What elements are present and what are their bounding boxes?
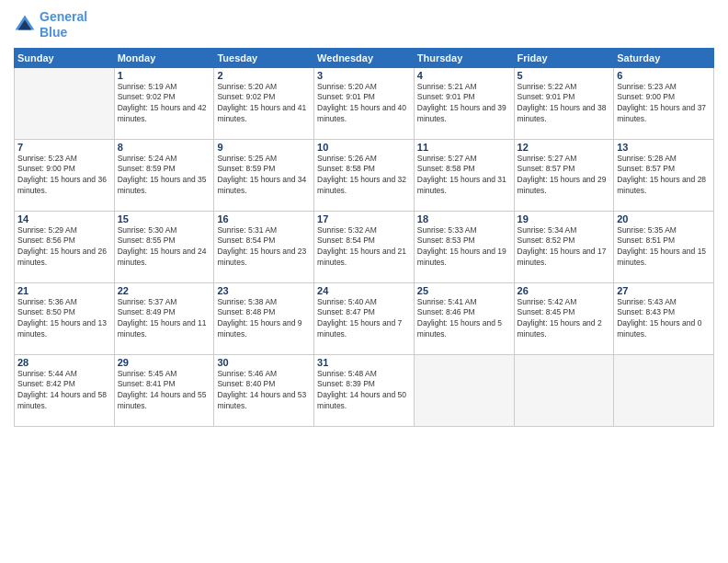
weekday-header-thursday: Thursday bbox=[414, 48, 514, 67]
day-number: 30 bbox=[217, 357, 311, 368]
day-info: Sunrise: 5:28 AMSunset: 8:57 PMDaylight:… bbox=[617, 154, 711, 198]
day-info: Sunrise: 5:27 AMSunset: 8:57 PMDaylight:… bbox=[518, 154, 611, 198]
weekday-header-sunday: Sunday bbox=[15, 48, 115, 67]
week-row-1: 1Sunrise: 5:19 AMSunset: 9:02 PMDaylight… bbox=[15, 67, 714, 139]
day-number: 17 bbox=[317, 213, 411, 224]
calendar-cell bbox=[15, 67, 115, 139]
logo: General Blue bbox=[14, 9, 87, 40]
day-number: 31 bbox=[317, 357, 411, 368]
logo-text: General Blue bbox=[40, 9, 87, 40]
calendar-cell: 19Sunrise: 5:34 AMSunset: 8:52 PMDayligh… bbox=[514, 211, 614, 282]
header: General Blue bbox=[14, 9, 714, 40]
calendar-cell: 15Sunrise: 5:30 AMSunset: 8:55 PMDayligh… bbox=[114, 211, 214, 282]
day-number: 19 bbox=[518, 213, 611, 224]
calendar-cell: 9Sunrise: 5:25 AMSunset: 8:59 PMDaylight… bbox=[214, 139, 314, 211]
day-number: 25 bbox=[417, 285, 511, 296]
calendar-cell bbox=[514, 354, 614, 426]
day-number: 12 bbox=[518, 142, 611, 153]
page-container: General Blue SundayMondayTuesdayWednesda… bbox=[0, 0, 728, 436]
day-number: 9 bbox=[217, 142, 311, 153]
calendar-cell: 24Sunrise: 5:40 AMSunset: 8:47 PMDayligh… bbox=[314, 282, 415, 354]
day-info: Sunrise: 5:46 AMSunset: 8:40 PMDaylight:… bbox=[217, 369, 311, 413]
calendar-cell: 30Sunrise: 5:46 AMSunset: 8:40 PMDayligh… bbox=[214, 354, 314, 426]
day-info: Sunrise: 5:31 AMSunset: 8:54 PMDaylight:… bbox=[217, 225, 311, 270]
calendar-cell: 21Sunrise: 5:36 AMSunset: 8:50 PMDayligh… bbox=[15, 282, 115, 354]
calendar-cell: 8Sunrise: 5:24 AMSunset: 8:59 PMDaylight… bbox=[114, 139, 214, 211]
day-number: 15 bbox=[118, 213, 211, 224]
day-info: Sunrise: 5:20 AMSunset: 9:01 PMDaylight:… bbox=[317, 82, 411, 126]
day-number: 18 bbox=[417, 213, 511, 224]
calendar-cell: 22Sunrise: 5:37 AMSunset: 8:49 PMDayligh… bbox=[114, 282, 214, 354]
day-info: Sunrise: 5:25 AMSunset: 8:59 PMDaylight:… bbox=[217, 154, 311, 198]
calendar-cell: 23Sunrise: 5:38 AMSunset: 8:48 PMDayligh… bbox=[214, 282, 314, 354]
day-info: Sunrise: 5:41 AMSunset: 8:46 PMDaylight:… bbox=[417, 297, 511, 341]
day-info: Sunrise: 5:27 AMSunset: 8:58 PMDaylight:… bbox=[417, 154, 511, 198]
calendar-cell: 2Sunrise: 5:20 AMSunset: 9:02 PMDaylight… bbox=[214, 67, 314, 139]
week-row-5: 28Sunrise: 5:44 AMSunset: 8:42 PMDayligh… bbox=[15, 354, 714, 426]
day-info: Sunrise: 5:44 AMSunset: 8:42 PMDaylight:… bbox=[17, 369, 111, 413]
weekday-header-wednesday: Wednesday bbox=[314, 48, 415, 67]
day-number: 8 bbox=[118, 142, 211, 153]
day-info: Sunrise: 5:23 AMSunset: 9:00 PMDaylight:… bbox=[617, 82, 711, 126]
calendar-cell: 3Sunrise: 5:20 AMSunset: 9:01 PMDaylight… bbox=[314, 67, 415, 139]
calendar-cell: 16Sunrise: 5:31 AMSunset: 8:54 PMDayligh… bbox=[214, 211, 314, 282]
calendar-cell: 29Sunrise: 5:45 AMSunset: 8:41 PMDayligh… bbox=[114, 354, 214, 426]
day-info: Sunrise: 5:43 AMSunset: 8:43 PMDaylight:… bbox=[617, 297, 711, 341]
day-info: Sunrise: 5:45 AMSunset: 8:41 PMDaylight:… bbox=[118, 369, 211, 413]
calendar-cell: 10Sunrise: 5:26 AMSunset: 8:58 PMDayligh… bbox=[314, 139, 415, 211]
day-number: 6 bbox=[617, 70, 711, 81]
calendar-cell: 18Sunrise: 5:33 AMSunset: 8:53 PMDayligh… bbox=[414, 211, 514, 282]
calendar-cell: 28Sunrise: 5:44 AMSunset: 8:42 PMDayligh… bbox=[15, 354, 115, 426]
calendar-cell: 27Sunrise: 5:43 AMSunset: 8:43 PMDayligh… bbox=[614, 282, 714, 354]
day-info: Sunrise: 5:48 AMSunset: 8:39 PMDaylight:… bbox=[317, 369, 411, 413]
day-number: 7 bbox=[17, 142, 111, 153]
calendar-cell: 12Sunrise: 5:27 AMSunset: 8:57 PMDayligh… bbox=[514, 139, 614, 211]
calendar-cell: 13Sunrise: 5:28 AMSunset: 8:57 PMDayligh… bbox=[614, 139, 714, 211]
calendar-cell: 6Sunrise: 5:23 AMSunset: 9:00 PMDaylight… bbox=[614, 67, 714, 139]
day-info: Sunrise: 5:37 AMSunset: 8:49 PMDaylight:… bbox=[118, 297, 211, 341]
day-info: Sunrise: 5:32 AMSunset: 8:54 PMDaylight:… bbox=[317, 225, 411, 270]
day-number: 24 bbox=[317, 285, 411, 296]
logo-icon bbox=[14, 14, 36, 36]
day-info: Sunrise: 5:26 AMSunset: 8:58 PMDaylight:… bbox=[317, 154, 411, 198]
day-info: Sunrise: 5:23 AMSunset: 9:00 PMDaylight:… bbox=[17, 154, 111, 198]
calendar-cell: 17Sunrise: 5:32 AMSunset: 8:54 PMDayligh… bbox=[314, 211, 415, 282]
day-info: Sunrise: 5:34 AMSunset: 8:52 PMDaylight:… bbox=[518, 225, 611, 270]
calendar-cell: 26Sunrise: 5:42 AMSunset: 8:45 PMDayligh… bbox=[514, 282, 614, 354]
day-number: 22 bbox=[118, 285, 211, 296]
day-info: Sunrise: 5:19 AMSunset: 9:02 PMDaylight:… bbox=[118, 82, 211, 126]
day-info: Sunrise: 5:30 AMSunset: 8:55 PMDaylight:… bbox=[118, 225, 211, 270]
day-info: Sunrise: 5:38 AMSunset: 8:48 PMDaylight:… bbox=[217, 297, 311, 341]
weekday-header-saturday: Saturday bbox=[614, 48, 714, 67]
day-number: 26 bbox=[518, 285, 611, 296]
day-number: 27 bbox=[617, 285, 711, 296]
day-info: Sunrise: 5:33 AMSunset: 8:53 PMDaylight:… bbox=[417, 225, 511, 270]
day-number: 1 bbox=[118, 70, 211, 81]
calendar-cell: 25Sunrise: 5:41 AMSunset: 8:46 PMDayligh… bbox=[414, 282, 514, 354]
weekday-header-row: SundayMondayTuesdayWednesdayThursdayFrid… bbox=[15, 48, 714, 67]
day-number: 20 bbox=[617, 213, 711, 224]
day-number: 11 bbox=[417, 142, 511, 153]
day-info: Sunrise: 5:22 AMSunset: 9:01 PMDaylight:… bbox=[518, 82, 611, 126]
calendar-cell: 1Sunrise: 5:19 AMSunset: 9:02 PMDaylight… bbox=[114, 67, 214, 139]
calendar-cell bbox=[414, 354, 514, 426]
day-info: Sunrise: 5:35 AMSunset: 8:51 PMDaylight:… bbox=[617, 225, 711, 270]
calendar-cell: 7Sunrise: 5:23 AMSunset: 9:00 PMDaylight… bbox=[15, 139, 115, 211]
day-number: 13 bbox=[617, 142, 711, 153]
day-number: 23 bbox=[217, 285, 311, 296]
day-number: 14 bbox=[17, 213, 111, 224]
weekday-header-friday: Friday bbox=[514, 48, 614, 67]
weekday-header-monday: Monday bbox=[114, 48, 214, 67]
calendar-cell: 5Sunrise: 5:22 AMSunset: 9:01 PMDaylight… bbox=[514, 67, 614, 139]
calendar-cell: 4Sunrise: 5:21 AMSunset: 9:01 PMDaylight… bbox=[414, 67, 514, 139]
day-info: Sunrise: 5:36 AMSunset: 8:50 PMDaylight:… bbox=[17, 297, 111, 341]
day-number: 3 bbox=[317, 70, 411, 81]
day-number: 10 bbox=[317, 142, 411, 153]
calendar-cell: 20Sunrise: 5:35 AMSunset: 8:51 PMDayligh… bbox=[614, 211, 714, 282]
day-number: 2 bbox=[217, 70, 311, 81]
day-number: 21 bbox=[17, 285, 111, 296]
day-info: Sunrise: 5:42 AMSunset: 8:45 PMDaylight:… bbox=[518, 297, 611, 341]
week-row-2: 7Sunrise: 5:23 AMSunset: 9:00 PMDaylight… bbox=[15, 139, 714, 211]
day-info: Sunrise: 5:29 AMSunset: 8:56 PMDaylight:… bbox=[17, 225, 111, 270]
calendar-table: SundayMondayTuesdayWednesdayThursdayFrid… bbox=[14, 48, 714, 427]
